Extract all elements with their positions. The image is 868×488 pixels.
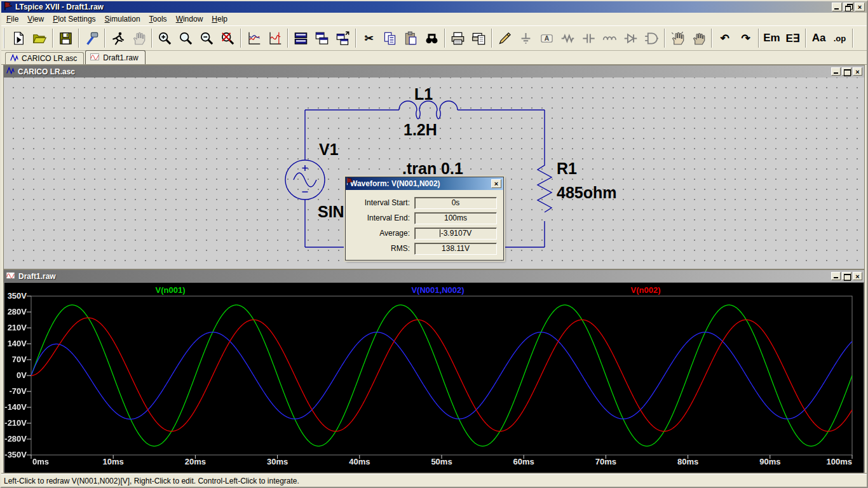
waveform-minimize-button[interactable] <box>831 272 841 280</box>
undo-icon: ↶ <box>720 32 729 45</box>
schematic-minimize-button[interactable] <box>831 67 841 76</box>
diode-button[interactable] <box>620 27 641 49</box>
print-button[interactable] <box>447 27 468 49</box>
dialog-close-button[interactable]: × <box>491 179 501 188</box>
legend-v-n001-n002-[interactable]: V(N001,N002) <box>411 285 464 295</box>
wire-button[interactable] <box>494 27 515 49</box>
toolbar-grip[interactable] <box>3 28 6 48</box>
run-icon <box>111 31 125 46</box>
waveform-maximize-button[interactable] <box>842 272 851 280</box>
zoom-back-button[interactable] <box>175 27 196 49</box>
main-window-controls: × <box>832 3 865 11</box>
move-button[interactable] <box>667 27 688 49</box>
tran-directive-label[interactable]: .tran 0.1 <box>402 159 463 177</box>
waveform-icon <box>90 53 100 63</box>
field-average[interactable]: -3.9107V <box>414 227 497 240</box>
halt-button[interactable] <box>128 27 149 49</box>
resistor-button[interactable] <box>557 27 578 49</box>
zoom-fit-icon <box>220 31 235 46</box>
label-net-button[interactable]: A <box>536 27 557 49</box>
inductor-button[interactable] <box>599 27 620 49</box>
drag-icon <box>691 31 706 46</box>
field-interval-end[interactable]: 100ms <box>414 212 497 224</box>
x-tick-label: 0ms <box>32 457 49 466</box>
v1-value-label[interactable]: SIN <box>318 203 344 220</box>
paste-button[interactable] <box>400 27 421 49</box>
rotate-button[interactable]: E∃ <box>782 27 803 49</box>
text-tool-button[interactable]: Aa <box>808 27 829 49</box>
run-button[interactable] <box>107 27 128 49</box>
close-button[interactable]: × <box>855 3 865 11</box>
dialog-row: Average:-3.9107V <box>349 226 498 241</box>
menu-help[interactable]: Help <box>208 13 233 25</box>
menu-simulation[interactable]: Simulation <box>101 13 146 25</box>
waveform-window-titlebar[interactable]: Draft1.raw × <box>4 270 864 282</box>
schematic-icon <box>10 53 18 64</box>
arrange-windows-icon <box>336 31 350 46</box>
menu-window[interactable]: Window <box>172 13 208 25</box>
menu-plot-settings[interactable]: Plot Settings <box>49 13 100 25</box>
tile-horizontal-icon <box>294 31 308 46</box>
x-tick-label: 10ms <box>103 457 124 466</box>
field-value: -3.9107V <box>441 229 472 238</box>
waveform-canvas[interactable] <box>31 296 852 455</box>
resistor-icon <box>560 31 575 46</box>
ltspice-logo-icon <box>3 1 13 13</box>
r1-value-label[interactable]: 485ohm <box>557 184 616 201</box>
dialog-titlebar[interactable]: Waveform: V(N001,N002) × <box>346 177 503 190</box>
open-file-button[interactable] <box>29 27 50 49</box>
label-net-icon: A <box>539 31 554 46</box>
y-tick-label: 280V <box>4 308 27 316</box>
mirror-button[interactable]: Em <box>761 27 782 49</box>
schematic-close-button[interactable]: × <box>853 67 862 76</box>
print-icon <box>451 31 465 46</box>
undo-button[interactable]: ↶ <box>714 27 735 49</box>
zoom-fit-button[interactable] <box>217 27 238 49</box>
plot-settings-button[interactable] <box>264 27 285 49</box>
field-interval-start[interactable]: 0s <box>414 197 497 209</box>
toolbar-separator <box>758 29 759 48</box>
find-button[interactable] <box>421 27 442 49</box>
open-file-icon <box>32 31 47 46</box>
drag-button[interactable] <box>688 27 709 49</box>
control-panel-button[interactable] <box>81 27 102 49</box>
waveform-plot-area[interactable]: V(n001)V(N001,N002)V(n002) 350V280V210V1… <box>4 282 864 474</box>
save-button[interactable] <box>55 27 76 49</box>
menu-view[interactable]: View <box>24 13 49 25</box>
restore-button[interactable] <box>843 3 853 11</box>
schematic-window-titlebar[interactable]: CARICO LR.asc × <box>4 65 864 78</box>
cascade-windows-button[interactable] <box>311 27 332 49</box>
redo-button[interactable]: ↷ <box>735 27 756 49</box>
component-button[interactable] <box>641 27 662 49</box>
field-rms[interactable]: 138.11V <box>414 243 497 255</box>
menu-tools[interactable]: Tools <box>146 13 172 25</box>
zoom-out-button[interactable] <box>196 27 217 49</box>
svg-text:A: A <box>545 34 550 41</box>
tab-carico-lr-asc[interactable]: CARICO LR.asc <box>5 52 84 64</box>
menu-file[interactable]: File <box>3 13 24 25</box>
autorange-y-button[interactable] <box>243 27 264 49</box>
schematic-canvas[interactable]: L1 1.2H V1 .tran 0.1 SIN R1 485ohm Wavef… <box>4 78 864 269</box>
v1-name-label[interactable]: V1 <box>319 140 339 158</box>
print-preview-button[interactable] <box>468 27 489 49</box>
ground-button[interactable] <box>515 27 536 49</box>
schematic-maximize-button[interactable] <box>842 67 851 76</box>
waveform-close-button[interactable]: × <box>853 272 862 280</box>
copy-button[interactable] <box>379 27 400 49</box>
toolbar-separator <box>104 29 105 48</box>
spice-directive-button[interactable]: .op <box>829 27 850 49</box>
zoom-in-button[interactable] <box>154 27 175 49</box>
arrange-windows-button[interactable] <box>332 27 353 49</box>
copy-icon <box>383 31 397 46</box>
l1-name-label[interactable]: L1 <box>414 85 433 103</box>
minimize-button[interactable] <box>832 3 842 11</box>
new-schematic-button[interactable] <box>8 27 29 49</box>
cut-button[interactable]: ✂ <box>358 27 379 49</box>
tab-draft1-raw[interactable]: Draft1.raw <box>85 50 145 64</box>
legend-v-n002-[interactable]: V(n002) <box>631 285 661 295</box>
r1-name-label[interactable]: R1 <box>557 159 577 177</box>
l1-value-label[interactable]: 1.2H <box>403 121 437 139</box>
tile-horizontal-button[interactable] <box>290 27 311 49</box>
legend-v-n001-[interactable]: V(n001) <box>156 285 186 295</box>
capacitor-button[interactable] <box>578 27 599 49</box>
